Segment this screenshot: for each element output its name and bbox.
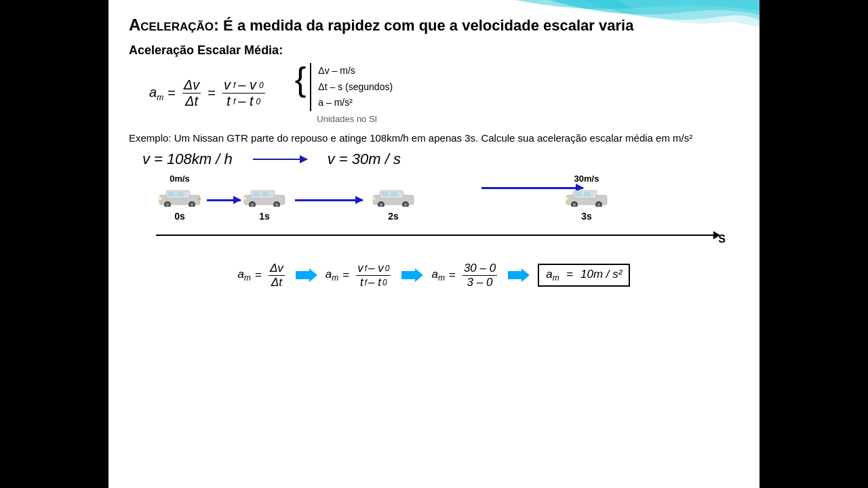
svg-rect-27 bbox=[372, 197, 375, 200]
car-group-0s: 0m/s 0s bbox=[156, 174, 203, 222]
speed-3: 30m/s bbox=[574, 174, 599, 184]
car-1s-icon bbox=[241, 185, 288, 207]
velocity-to: v = 30m / s bbox=[328, 150, 401, 168]
svg-rect-3 bbox=[177, 192, 184, 197]
svg-point-24 bbox=[380, 203, 383, 206]
bf-part1: am = Δv Δt bbox=[238, 262, 288, 289]
svg-rect-9 bbox=[198, 198, 201, 200]
main-title: Aceleração: É a medida da rapidez com qu… bbox=[129, 14, 739, 37]
velocity-from: v = 108km / h bbox=[142, 150, 233, 168]
svg-rect-13 bbox=[262, 192, 269, 197]
svg-rect-31 bbox=[584, 192, 591, 197]
unit-line3: a – m/s² bbox=[318, 95, 393, 111]
result-boxed: am = 10m / s² bbox=[538, 264, 630, 287]
units-footer: Unidades no SI bbox=[317, 114, 393, 124]
svg-marker-37 bbox=[296, 268, 317, 282]
speed-0: 0m/s bbox=[170, 174, 190, 184]
result-value: 10m / s² bbox=[580, 268, 622, 281]
double-arrow-3 bbox=[508, 268, 530, 282]
svg-rect-22 bbox=[391, 192, 397, 197]
bf-part3: am = 30 – 0 3 – 0 bbox=[431, 262, 500, 289]
svg-rect-21 bbox=[382, 192, 389, 197]
bf-part2: am = vf – v0 tf – t0 bbox=[326, 262, 394, 289]
svg-point-33 bbox=[573, 203, 576, 206]
car-group-1s: 1s bbox=[241, 174, 288, 222]
fraction-vf: vf – v0 tf – t0 bbox=[222, 77, 265, 109]
speed-2 bbox=[392, 174, 395, 184]
content-area: Aceleração: É a medida da rapidez com qu… bbox=[108, 0, 760, 303]
arrow-0-1 bbox=[207, 199, 241, 201]
car-group-2s: 2s bbox=[370, 174, 417, 222]
units-section: { Δv – m/s Δt – s (segundos) a – m/s² Un… bbox=[295, 63, 393, 124]
svg-point-26 bbox=[404, 203, 408, 206]
double-arrow-1 bbox=[296, 268, 317, 282]
time-1s: 1s bbox=[259, 211, 270, 222]
svg-marker-39 bbox=[508, 268, 530, 282]
example-text: Exemplo: Um Nissan GTR parte do repouso … bbox=[129, 131, 739, 146]
svg-point-35 bbox=[597, 203, 601, 206]
svg-rect-12 bbox=[253, 192, 260, 197]
units-block: Δv – m/s Δt – s (segundos) a – m/s² bbox=[310, 63, 393, 111]
velocity-line: v = 108km / h v = 30m / s bbox=[142, 150, 739, 168]
formula-block: am = Δv Δt = vf – v0 tf – t0 { bbox=[149, 63, 739, 124]
time-2s: 2s bbox=[388, 211, 399, 222]
conversion-arrow bbox=[253, 159, 307, 160]
car-diagram: S 0m/s 0s bbox=[142, 174, 726, 255]
car-3s-icon bbox=[563, 185, 610, 207]
bottom-formula: am = Δv Δt am = vf – v0 bbox=[129, 262, 739, 289]
svg-point-7 bbox=[191, 203, 194, 206]
formula-main: am = Δv Δt = vf – v0 tf – t0 bbox=[149, 77, 268, 109]
fraction-delta: Δv Δt bbox=[182, 77, 201, 109]
section-title: Aceleração Escalar Média: bbox=[129, 43, 739, 58]
time-0s: 0s bbox=[174, 211, 185, 222]
unit-line2: Δt – s (segundos) bbox=[318, 79, 393, 96]
svg-rect-2 bbox=[168, 192, 175, 197]
title-rest: É a medida da rapidez com que a velocida… bbox=[219, 17, 633, 34]
timeline-s-label: S bbox=[718, 233, 726, 245]
arrow-1-2 bbox=[295, 199, 363, 201]
car-group-3s: 30m/s 3s bbox=[563, 174, 610, 222]
car-0s-icon bbox=[156, 185, 203, 207]
double-arrow-2 bbox=[401, 268, 423, 282]
title-bold: Aceleração: bbox=[129, 16, 219, 34]
svg-point-15 bbox=[251, 203, 254, 206]
svg-rect-36 bbox=[565, 197, 568, 200]
unit-line1: Δv – m/s bbox=[318, 63, 393, 79]
svg-rect-8 bbox=[158, 197, 161, 200]
svg-rect-30 bbox=[575, 192, 582, 197]
svg-rect-18 bbox=[243, 197, 246, 200]
time-3s: 3s bbox=[581, 211, 592, 222]
speed-1 bbox=[263, 174, 266, 184]
car-2s-icon bbox=[370, 185, 417, 207]
svg-point-5 bbox=[166, 203, 170, 206]
svg-marker-38 bbox=[401, 268, 423, 282]
slide: Aceleração: É a medida da rapidez com qu… bbox=[108, 0, 760, 488]
svg-point-17 bbox=[275, 203, 279, 206]
timeline-line bbox=[156, 235, 719, 236]
